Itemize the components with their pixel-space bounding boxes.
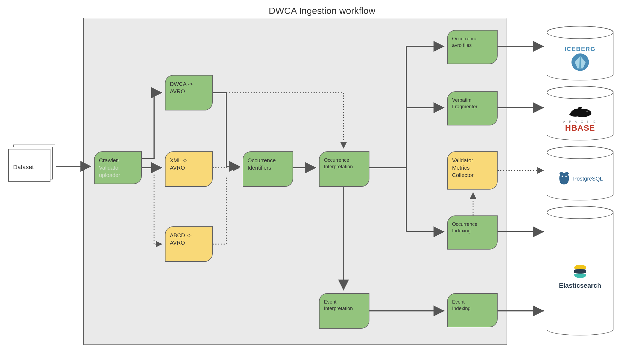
diagram-title: DWCA Ingestion workflow bbox=[269, 5, 375, 16]
node-occurrence-indexing: Occurrence Indexing bbox=[447, 215, 498, 250]
dataset-page-front: Dataset bbox=[8, 149, 50, 182]
node-occurrence-identifiers: Occurrence Identifiers bbox=[243, 151, 293, 187]
node-xml-avro: XML -> AVRO bbox=[165, 151, 213, 187]
storage-hbase: A P A C H E HBASE bbox=[547, 86, 613, 140]
iceberg-icon bbox=[569, 53, 591, 72]
storage-iceberg: ICEBERG bbox=[547, 26, 613, 80]
storage-postgresql: PostgreSQL bbox=[547, 146, 613, 200]
elasticsearch-label: Elasticsearch bbox=[559, 282, 601, 289]
workflow-container bbox=[83, 18, 507, 345]
dataset-label: Dataset bbox=[13, 164, 34, 171]
node-event-interpretation: Event Interpretation bbox=[319, 293, 369, 329]
postgres-label: PostgreSQL bbox=[573, 176, 603, 182]
node-occurrence-interpretation: Occurrence Interpretation bbox=[319, 151, 369, 187]
svg-point-3 bbox=[565, 175, 567, 177]
svg-point-1 bbox=[586, 111, 588, 112]
node-occurrence-avro-files: Occurrence avro files bbox=[447, 30, 498, 64]
hbase-label: HBASE bbox=[565, 123, 595, 133]
node-event-indexing: Event Indexing bbox=[447, 293, 498, 327]
storage-elasticsearch: Elasticsearch bbox=[547, 206, 613, 335]
elasticsearch-icon bbox=[572, 263, 588, 280]
crawler-line2: Validator bbox=[99, 164, 137, 172]
node-abcd-avro: ABCD -> AVRO bbox=[165, 226, 213, 262]
hbase-orca-icon bbox=[565, 105, 595, 120]
node-verbatim-fragmenter: Verbatim Fragmenter bbox=[447, 91, 498, 125]
hbase-apache-label: A P A C H E bbox=[563, 120, 597, 123]
crawler-line1: Crawler/ bbox=[99, 157, 137, 164]
node-dwca-avro: DWCA -> AVRO bbox=[165, 75, 213, 110]
node-crawler: Crawler/ Validator uploader bbox=[94, 151, 142, 184]
crawler-line3: uploader bbox=[99, 172, 137, 179]
dataset-stack: Dataset bbox=[8, 145, 55, 183]
svg-point-2 bbox=[562, 175, 563, 177]
node-validator-metrics-collector: Validator Metrics Collector bbox=[447, 151, 498, 190]
iceberg-label: ICEBERG bbox=[564, 46, 595, 53]
postgres-elephant-icon bbox=[557, 171, 571, 186]
